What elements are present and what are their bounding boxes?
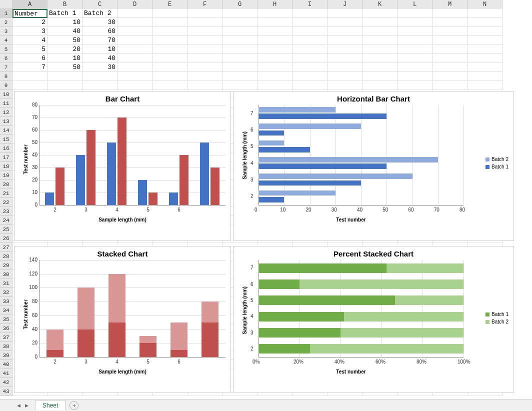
cell[interactable]: 50	[48, 36, 82, 45]
cell[interactable]	[432, 45, 468, 54]
cell[interactable]: 10	[82, 45, 118, 54]
cell[interactable]	[328, 63, 362, 72]
row-header[interactable]: 20	[0, 180, 12, 189]
cell[interactable]: 30	[82, 18, 118, 27]
cell[interactable]	[118, 72, 152, 81]
row-header[interactable]: 30	[0, 270, 12, 279]
cell[interactable]	[118, 45, 152, 54]
column-header[interactable]: D	[118, 0, 152, 9]
cell[interactable]: 7	[12, 63, 48, 72]
cell[interactable]: 4	[12, 36, 48, 45]
chart-bar[interactable]: Bar Chart Test number 010203040506070802…	[14, 91, 231, 241]
cell[interactable]	[222, 9, 258, 18]
cell[interactable]	[222, 81, 258, 90]
cell[interactable]: 5	[12, 45, 48, 54]
cell[interactable]	[362, 72, 398, 81]
cell[interactable]: 6	[12, 54, 48, 63]
cell[interactable]	[468, 18, 502, 27]
cell[interactable]	[362, 18, 398, 27]
cell[interactable]	[292, 36, 328, 45]
row-header[interactable]: 27	[0, 243, 12, 252]
row-header[interactable]: 40	[0, 360, 12, 369]
cell[interactable]	[362, 27, 398, 36]
row-header[interactable]: 8	[0, 72, 12, 81]
row-header[interactable]: 29	[0, 261, 12, 270]
row-header[interactable]: 3	[0, 27, 12, 36]
cell[interactable]: 2	[12, 18, 48, 27]
tab-nav-next-icon[interactable]: ▶	[23, 402, 30, 409]
cell[interactable]	[398, 63, 432, 72]
row-header[interactable]: 5	[0, 45, 12, 54]
row-header[interactable]: 25	[0, 225, 12, 234]
select-all-corner[interactable]	[0, 0, 12, 9]
cell[interactable]	[398, 72, 432, 81]
cell[interactable]	[258, 27, 292, 36]
column-header[interactable]: H	[258, 0, 292, 9]
cell[interactable]	[432, 18, 468, 27]
cell[interactable]	[292, 27, 328, 36]
column-header[interactable]: I	[292, 0, 328, 9]
chart-stacked[interactable]: Stacked Chart Test number 02040608010012…	[14, 246, 231, 393]
cell[interactable]	[468, 9, 502, 18]
cell[interactable]	[188, 81, 222, 90]
cell[interactable]: 10	[48, 54, 82, 63]
row-header[interactable]: 31	[0, 279, 12, 288]
cell[interactable]	[328, 18, 362, 27]
cell[interactable]	[468, 27, 502, 36]
cell[interactable]	[222, 27, 258, 36]
column-header[interactable]: M	[432, 0, 468, 9]
chart-hbar[interactable]: Horizontal Bar Chart Sample length (mm) …	[233, 91, 514, 241]
cell[interactable]	[398, 18, 432, 27]
cell[interactable]	[328, 72, 362, 81]
cell[interactable]: 3	[12, 27, 48, 36]
row-header[interactable]: 39	[0, 351, 12, 360]
cell[interactable]	[152, 72, 188, 81]
sheet-tab[interactable]: Sheet	[35, 400, 66, 410]
row-header[interactable]: 19	[0, 171, 12, 180]
cell[interactable]	[188, 63, 222, 72]
cell[interactable]	[362, 54, 398, 63]
cell[interactable]	[152, 63, 188, 72]
cell[interactable]	[292, 9, 328, 18]
row-header[interactable]: 17	[0, 153, 12, 162]
row-header[interactable]: 9	[0, 81, 12, 90]
cell[interactable]	[432, 63, 468, 72]
cell[interactable]	[292, 54, 328, 63]
cell[interactable]	[48, 72, 82, 81]
column-header[interactable]: N	[468, 0, 502, 9]
cell[interactable]	[222, 54, 258, 63]
cell[interactable]	[258, 45, 292, 54]
row-header[interactable]: 42	[0, 378, 12, 387]
column-header[interactable]: A	[12, 0, 48, 9]
cell[interactable]	[152, 81, 188, 90]
cell[interactable]	[82, 81, 118, 90]
cell[interactable]: Batch 2	[82, 9, 118, 18]
cell[interactable]	[118, 36, 152, 45]
cell[interactable]	[468, 72, 502, 81]
cell[interactable]	[362, 36, 398, 45]
cell[interactable]: Batch 1	[48, 9, 82, 18]
cell[interactable]	[432, 72, 468, 81]
row-header[interactable]: 37	[0, 333, 12, 342]
cell[interactable]	[328, 9, 362, 18]
cell[interactable]	[432, 9, 468, 18]
column-header[interactable]: C	[82, 0, 118, 9]
cell[interactable]	[432, 36, 468, 45]
row-header[interactable]: 2	[0, 18, 12, 27]
column-header[interactable]: F	[188, 0, 222, 9]
cell[interactable]	[328, 27, 362, 36]
cell[interactable]	[118, 81, 152, 90]
cell[interactable]	[152, 54, 188, 63]
cell[interactable]: Number	[12, 9, 48, 18]
cell[interactable]	[188, 18, 222, 27]
cell[interactable]	[432, 81, 468, 90]
cell[interactable]	[258, 63, 292, 72]
column-header[interactable]: L	[398, 0, 432, 9]
cell[interactable]	[188, 9, 222, 18]
column-header[interactable]: K	[362, 0, 398, 9]
row-header[interactable]: 33	[0, 297, 12, 306]
row-header[interactable]: 24	[0, 216, 12, 225]
row-header[interactable]: 34	[0, 306, 12, 315]
cell[interactable]	[292, 18, 328, 27]
cell[interactable]	[12, 72, 48, 81]
